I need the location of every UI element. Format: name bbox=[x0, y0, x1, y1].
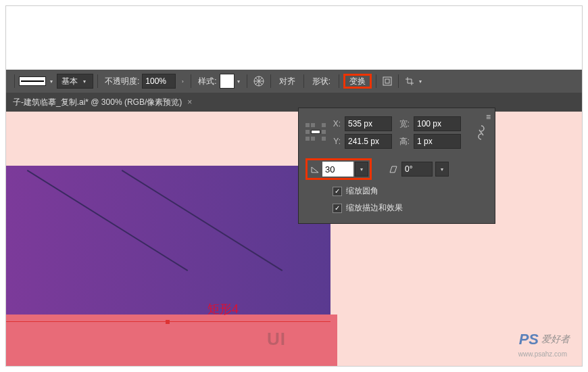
height-input[interactable] bbox=[414, 134, 461, 149]
chevron-down-icon[interactable]: ▾ bbox=[235, 77, 243, 85]
w-label: 宽: bbox=[396, 118, 410, 130]
scale-corners-row[interactable]: ✓ 缩放圆角 bbox=[333, 185, 488, 197]
reference-point-grid[interactable] bbox=[305, 123, 324, 142]
angle-icon bbox=[309, 164, 321, 174]
recolor-artwork-icon[interactable] bbox=[251, 74, 266, 89]
opacity-stepper[interactable]: › bbox=[178, 77, 187, 85]
separator bbox=[247, 74, 247, 88]
chevron-down-icon[interactable]: ▾ bbox=[47, 77, 55, 85]
separator bbox=[376, 74, 376, 88]
checkbox-checked-icon[interactable]: ✓ bbox=[333, 204, 342, 213]
stroke-profile-select[interactable]: 基本 ▾ bbox=[57, 74, 93, 89]
width-input[interactable] bbox=[414, 116, 461, 131]
scale-corners-label: 缩放圆角 bbox=[346, 185, 378, 197]
stroke-preview[interactable]: ▾ bbox=[19, 76, 55, 86]
x-input[interactable] bbox=[345, 116, 392, 131]
transform-panel: ≡ X: 宽: Y: 高: bbox=[298, 108, 495, 224]
h-label: 高: bbox=[396, 136, 410, 147]
scale-strokes-label: 缩放描边和效果 bbox=[346, 202, 403, 214]
rotation-highlight: ▾ bbox=[305, 158, 372, 180]
svg-rect-6 bbox=[385, 79, 389, 83]
pink-shape bbox=[6, 315, 337, 366]
document-title: 子-建筑临摹_复制.ai* @ 300% (RGB/像素预览) bbox=[13, 97, 182, 108]
separator bbox=[398, 74, 399, 88]
isolate-icon[interactable] bbox=[381, 74, 394, 88]
rotation-dropdown[interactable]: ▾ bbox=[355, 162, 368, 177]
style-label: 样式: bbox=[198, 76, 216, 87]
shear-icon bbox=[387, 164, 399, 174]
canvas[interactable]: 矩形4 bbox=[6, 112, 582, 366]
shear-input[interactable] bbox=[401, 162, 433, 177]
close-icon[interactable]: × bbox=[187, 97, 192, 107]
options-toolbar: ▾ 基本 ▾ 不透明度: › 样式: ▾ 对齐 形状: 变换 bbox=[6, 70, 582, 93]
chevron-down-icon: ▾ bbox=[80, 77, 89, 85]
separator bbox=[14, 74, 15, 88]
transform-button[interactable]: 变换 bbox=[343, 74, 372, 89]
x-label: X: bbox=[327, 119, 341, 129]
scale-strokes-row[interactable]: ✓ 缩放描边和效果 bbox=[333, 202, 488, 214]
watermark-brand: PS 爱好者 bbox=[519, 331, 570, 348]
stroke-profile-label: 基本 bbox=[62, 76, 78, 87]
checkbox-checked-icon[interactable]: ✓ bbox=[333, 187, 342, 196]
opacity-label: 不透明度: bbox=[105, 76, 139, 87]
style-swatch[interactable] bbox=[220, 74, 235, 89]
document-tab[interactable]: 子-建筑临摹_复制.ai* @ 300% (RGB/像素预览) × bbox=[9, 93, 196, 112]
separator bbox=[97, 74, 98, 88]
opacity-input[interactable] bbox=[142, 74, 176, 89]
selection-handle[interactable] bbox=[166, 320, 170, 324]
shear-dropdown[interactable]: ▾ bbox=[435, 162, 449, 177]
y-input[interactable] bbox=[345, 134, 392, 149]
panel-menu-icon[interactable]: ≡ bbox=[486, 112, 491, 122]
separator bbox=[191, 74, 191, 88]
watermark-center: UI bbox=[267, 329, 286, 350]
separator bbox=[339, 74, 339, 88]
rotation-input[interactable] bbox=[322, 162, 353, 177]
shape-label: 矩形4 bbox=[207, 301, 239, 317]
separator bbox=[303, 74, 304, 88]
document-tab-bar: 子-建筑临摹_复制.ai* @ 300% (RGB/像素预览) × bbox=[6, 93, 582, 112]
crop-icon[interactable] bbox=[403, 74, 416, 88]
separator bbox=[270, 74, 271, 88]
svg-rect-5 bbox=[383, 77, 391, 85]
y-label: Y: bbox=[327, 137, 341, 146]
watermark-url: www.psahz.com bbox=[518, 350, 567, 358]
chevron-down-icon[interactable]: ▾ bbox=[416, 77, 424, 85]
link-constrain-icon[interactable] bbox=[474, 119, 488, 146]
shape-button[interactable]: 形状: bbox=[308, 74, 335, 89]
align-button[interactable]: 对齐 bbox=[275, 74, 299, 89]
